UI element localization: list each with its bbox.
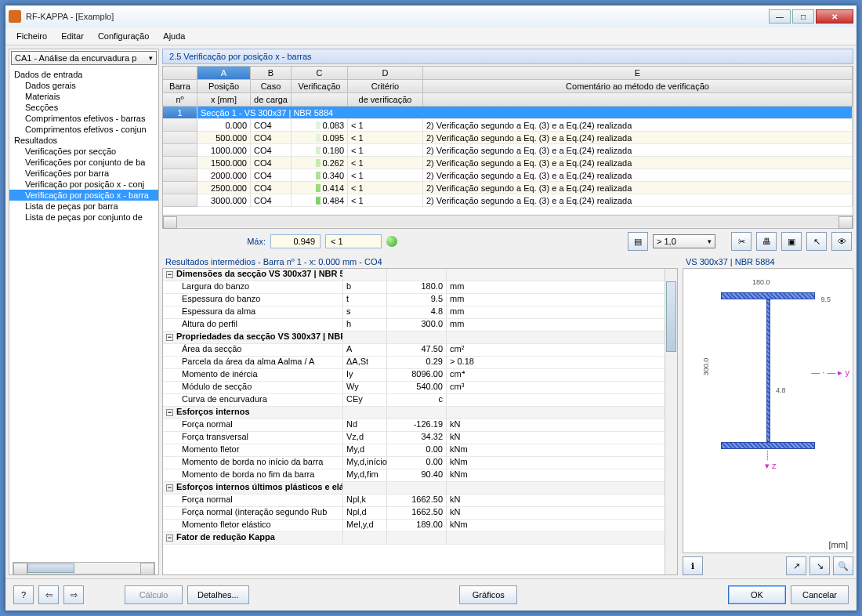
- tree-item[interactable]: Verificações por barra: [9, 168, 158, 179]
- axes-z-button[interactable]: ↘: [809, 556, 830, 575]
- prev-nav-button[interactable]: ⇦: [38, 585, 59, 604]
- preview-unit: [mm]: [829, 540, 848, 549]
- app-icon: [9, 10, 21, 23]
- detail-row: Força normal (interação segundo RubNpl,d…: [163, 507, 665, 520]
- tree-item[interactable]: Lista de peças por conjunto de: [9, 212, 158, 223]
- print-button[interactable]: 🖶: [756, 232, 777, 251]
- detail-row: Curva de encurvaduraCEyc: [163, 394, 665, 407]
- close-button[interactable]: ✕: [816, 9, 853, 24]
- details-title: Resultados intermédios - Barra nº 1 - x:…: [162, 255, 678, 268]
- header-comment: Comentário ao método de verificação: [423, 80, 853, 93]
- section-title: 2.5 Verificação por posição x - barras: [162, 49, 853, 64]
- max-value: 0.949: [270, 234, 321, 248]
- info-button[interactable]: ℹ: [683, 556, 703, 575]
- detail-row: Espessura da almas4.8mm: [163, 306, 665, 319]
- filter-combo[interactable]: > 1,0: [653, 234, 715, 248]
- app-window: RF-KAPPA - [Examplo] — □ ✕ Ficheiro Edit…: [5, 5, 857, 611]
- col-a-letter[interactable]: A: [197, 67, 251, 80]
- help-button[interactable]: ?: [13, 585, 34, 604]
- preview-title: VS 300x37 | NBR 5884: [683, 255, 853, 268]
- col-b-letter[interactable]: B: [251, 67, 292, 80]
- footer: ? ⇦ ⇨ Cálculo Detalhes... Gráficos OK Ca…: [5, 578, 857, 611]
- detail-row: Momento de borda no início da barraMy,d,…: [163, 457, 665, 469]
- col-e-letter[interactable]: E: [423, 67, 853, 80]
- detail-row: Altura do perfilh300.0mm: [163, 319, 665, 332]
- tree-item[interactable]: Dados de entrada: [9, 69, 158, 80]
- zoom-button[interactable]: 🔍: [833, 556, 853, 575]
- menu-help[interactable]: Ajuda: [157, 30, 191, 42]
- header-caso: Caso: [251, 80, 292, 93]
- menu-config[interactable]: Configuração: [92, 30, 155, 42]
- grid-row[interactable]: 500.000CO40.095< 12) Verificação segundo…: [163, 132, 853, 144]
- loadcase-combo[interactable]: CA1 - Análise da encurvadura p: [11, 51, 157, 65]
- grid-row[interactable]: 2000.000CO40.340< 12) Verificação segund…: [163, 169, 853, 182]
- sidebar: CA1 - Análise da encurvadura p Dados de …: [9, 49, 159, 575]
- max-crit: < 1: [325, 234, 382, 248]
- detail-row: Força normalNd-126.19kN: [163, 419, 665, 432]
- filter-button[interactable]: ✂: [731, 232, 752, 251]
- col-c-letter[interactable]: C: [292, 67, 348, 80]
- next-nav-button[interactable]: ⇨: [63, 585, 84, 604]
- detail-row: Força transversalVz,d34.32kN: [163, 432, 665, 444]
- pick-button[interactable]: ↖: [806, 232, 827, 251]
- header-crit: Critério: [348, 80, 423, 93]
- axes-y-button[interactable]: ↗: [786, 556, 806, 575]
- grid-row[interactable]: 1000.000CO40.180< 12) Verificação segund…: [163, 144, 853, 157]
- details-scrollbar[interactable]: [665, 269, 677, 574]
- grid-row[interactable]: 3000.000CO40.484< 12) Verificação segund…: [163, 194, 853, 207]
- tree-item[interactable]: Comprimentos efetivos - conjun: [9, 124, 158, 135]
- minimize-button[interactable]: —: [769, 9, 791, 24]
- tree-item[interactable]: Dados gerais: [9, 80, 158, 91]
- menubar: Ficheiro Editar Configuração Ajuda: [5, 27, 857, 45]
- calculate-button[interactable]: Cálculo: [125, 585, 183, 604]
- graphics-button[interactable]: Gráficos: [459, 585, 517, 604]
- ok-button[interactable]: OK: [728, 585, 786, 604]
- grid-hscroll[interactable]: [162, 216, 853, 229]
- cancel-button[interactable]: Cancelar: [791, 585, 849, 604]
- header-pos: Posição: [197, 80, 251, 93]
- details-table: −Dimensões da secção VS 300x37 | NBR 588…: [163, 269, 665, 574]
- detail-row: Momento fletor elásticoMel,y,d189.00kNm: [163, 520, 665, 532]
- select-button[interactable]: ▣: [781, 232, 802, 251]
- header-barra: Barra: [163, 80, 197, 93]
- maximize-button[interactable]: □: [792, 9, 814, 24]
- tree-item[interactable]: Verificações por secção: [9, 146, 158, 157]
- detail-row: Força normalNpl,k1662.50kN: [163, 495, 665, 507]
- detail-row: Espessura do banzot9.5mm: [163, 294, 665, 306]
- section-preview: 180.0 9.5 300.0 4.8 — · — ▸ y ┊▾ z [mm]: [683, 268, 853, 553]
- colorscale-button[interactable]: ▤: [628, 232, 648, 251]
- detail-row: Largura do banzob180.0mm: [163, 281, 665, 294]
- detail-row: Módulo de secçãoWy540.00cm³: [163, 382, 665, 394]
- tree-item[interactable]: Comprimentos efetivos - barras: [9, 113, 158, 124]
- window-title: RF-KAPPA - [Examplo]: [26, 12, 769, 21]
- menu-edit[interactable]: Editar: [55, 30, 90, 42]
- tree-item[interactable]: Lista de peças por barra: [9, 201, 158, 212]
- tree-item[interactable]: Verificação por posição x - barra: [9, 190, 158, 201]
- grid-row[interactable]: 1500.000CO40.262< 12) Verificação segund…: [163, 157, 853, 169]
- menu-file[interactable]: Ficheiro: [10, 30, 53, 42]
- status-ok-icon: [386, 236, 397, 247]
- detail-row: Parcela da área da alma Aalma / AΔA,St0.…: [163, 357, 665, 369]
- header-verif: Verificação: [292, 80, 348, 93]
- results-grid: A B C D E Barra Posição Caso Verificação…: [162, 66, 853, 216]
- grid-row[interactable]: 0.000CO40.083< 12) Verificação segundo a…: [163, 119, 853, 132]
- tree-item[interactable]: Resultados: [9, 135, 158, 146]
- detail-row: Momento fletorMy,d0.00kNm: [163, 444, 665, 457]
- col-d-letter[interactable]: D: [348, 67, 423, 80]
- grid-row[interactable]: 2500.000CO40.414< 12) Verificação segund…: [163, 182, 853, 194]
- tree-item[interactable]: Verificações por conjunto de ba: [9, 157, 158, 168]
- titlebar: RF-KAPPA - [Examplo] — □ ✕: [5, 5, 857, 27]
- tree-item[interactable]: Materiais: [9, 91, 158, 102]
- tree-item[interactable]: Verificação por posição x - conj: [9, 179, 158, 190]
- sidebar-scrollbar[interactable]: [13, 562, 155, 574]
- tree-item[interactable]: Secções: [9, 102, 158, 113]
- detail-row: Momento de inérciaIy8096.00cm⁴: [163, 369, 665, 382]
- view-button[interactable]: 👁: [831, 232, 852, 251]
- nav-tree: Dados de entradaDados geraisMateriaisSec…: [9, 67, 158, 562]
- detail-row: Área da secçãoA47.50cm²: [163, 344, 665, 357]
- max-label: Máx:: [164, 237, 266, 246]
- details-button[interactable]: Detalhes...: [187, 585, 249, 604]
- detail-row: Momento de borda no fim da barraMy,d,fim…: [163, 469, 665, 482]
